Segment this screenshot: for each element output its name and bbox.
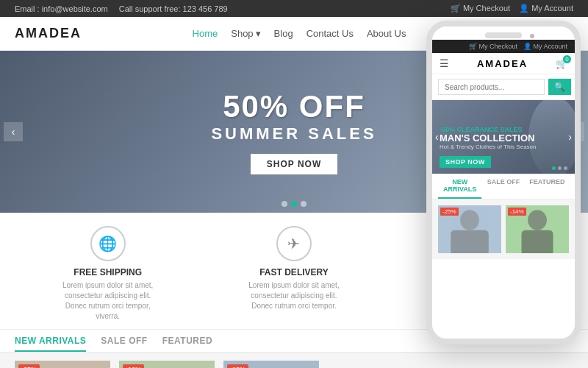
product-image-2: -16% [119, 361, 215, 368]
sale-text: SUMMER SALES [211, 124, 376, 144]
phone-hero-cta[interactable]: SHOP NOW [440, 156, 491, 168]
nav-home[interactable]: Home [193, 28, 218, 39]
phone-cart-badge: 0 [563, 55, 571, 63]
phone-camera [530, 34, 534, 38]
nav-blog[interactable]: Blog [274, 28, 293, 39]
phone-tab-new-arrivals[interactable]: NEW ARRIVALS [438, 174, 481, 199]
phone-hero-next[interactable]: › [568, 131, 572, 143]
nav-about[interactable]: About Us [367, 28, 406, 39]
phone-search-bar: 🔍 [432, 74, 575, 100]
phone-topbar: 🛒 My Checkout 👤 My Account [432, 40, 575, 53]
svg-point-4 [528, 210, 547, 230]
product-image-1: -25% [15, 361, 110, 368]
hero-prev-arrow[interactable]: ‹ [4, 122, 23, 141]
top-checkout-link[interactable]: 🛒 My Checkout [451, 4, 510, 13]
svg-rect-5 [522, 230, 553, 253]
phone-tab-sale-off[interactable]: SALE OFF [481, 174, 525, 199]
phone-tab-featured[interactable]: FEATURED [526, 174, 569, 199]
feature-delivery-title: FAST DELIVERY [201, 267, 387, 277]
phone-product-2: -14% [506, 205, 569, 253]
phone-outer: 🛒 My Checkout 👤 My Account ☰ AMADEA 🛒 0 … [426, 21, 581, 344]
nav-shop[interactable]: Shop ▾ [231, 28, 260, 39]
phone-product-img-2: -14% [506, 205, 569, 253]
hero-content: 50% OFF SUMMER SALES SHOP NOW [211, 89, 376, 174]
feature-delivery-desc: Lorem ipsum dolor sit amet, consectetur … [246, 280, 342, 311]
hero-dots [282, 201, 306, 207]
phone-product-tabs: NEW ARRIVALS SALE OFF FEATURED [432, 174, 575, 199]
product-badge-3: -18% [227, 364, 248, 368]
tab-new-arrivals[interactable]: NEW ARRIVALS [15, 336, 86, 352]
feature-delivery: ✈ FAST DELIVERY Lorem ipsum dolor sit am… [201, 226, 387, 322]
chevron-down-icon: ▾ [256, 28, 261, 39]
phone-hero-dot-2[interactable] [558, 166, 562, 170]
phone-hero-dots [552, 166, 567, 170]
phone-notch [485, 32, 522, 38]
hero-dot-1[interactable] [282, 201, 287, 207]
product-card-1: -25% [15, 361, 110, 368]
phone-header: ☰ AMADEA 🛒 0 [432, 53, 575, 74]
phone-account-link[interactable]: 👤 My Account [523, 43, 567, 50]
phone-mockup: 🛒 My Checkout 👤 My Account ☰ AMADEA 🛒 0 … [419, 21, 588, 368]
sale-percentage: 50% OFF [211, 89, 376, 124]
phone-info: Call support free: 123 456 789 [119, 4, 228, 13]
tab-featured[interactable]: FEATURED [162, 336, 212, 352]
logo: AMADEA [15, 26, 82, 41]
phone-product-1: -25% [438, 205, 501, 253]
phone-screen: 🛒 My Checkout 👤 My Account ☰ AMADEA 🛒 0 … [432, 26, 575, 339]
phone-hero-prev[interactable]: ‹ [435, 131, 439, 143]
email-info: Email : info@website.com [15, 4, 108, 13]
phone-checkout-link[interactable]: 🛒 My Checkout [469, 43, 517, 50]
phone-hero-dot-3[interactable] [564, 166, 567, 170]
phone-hero-banner: ‹ -50% CLEARANCE SALES MAN'S COLLECTION … [432, 100, 575, 174]
feature-shipping-desc: Lorem ipsum dolor sit amet, consectetur … [60, 280, 156, 322]
product-card-2: -16% [119, 361, 215, 368]
phone-products-row: -25% -14% [432, 199, 575, 259]
top-bar: Email : info@website.com Call support fr… [0, 0, 588, 17]
top-bar-left: Email : info@website.com Call support fr… [15, 4, 228, 13]
main-nav: Home Shop ▾ Blog Contact Us About Us [193, 28, 406, 39]
hero-dot-2[interactable] [291, 201, 297, 207]
hero-cta-button[interactable]: SHOP NOW [251, 154, 337, 174]
phone-hero-dot-1[interactable] [552, 166, 556, 170]
product-image-3: -18% [223, 361, 319, 368]
phone-logo: AMADEA [477, 58, 528, 69]
phone-hero-collection: MAN'S COLLECTION [440, 133, 536, 144]
tab-sale-off[interactable]: SALE OFF [101, 336, 147, 352]
hero-dot-3[interactable] [301, 201, 306, 207]
svg-point-2 [460, 210, 479, 230]
nav-contact[interactable]: Contact Us [306, 28, 354, 39]
feature-shipping-title: FREE SHIPPING [15, 267, 201, 277]
feature-shipping: 🌐 FREE SHIPPING Lorem ipsum dolor sit am… [15, 226, 201, 322]
product-badge-1: -25% [18, 364, 40, 368]
top-account-link[interactable]: 👤 My Account [519, 4, 573, 13]
phone-hero-subtitle: Hot & Trendy Clothes of This Season [440, 144, 536, 150]
svg-rect-3 [451, 230, 489, 253]
phone-search-button[interactable]: 🔍 [548, 79, 571, 95]
phone-menu-icon[interactable]: ☰ [440, 57, 449, 69]
top-bar-right: 🛒 My Checkout 👤 My Account [451, 4, 573, 13]
product-badge-2: -16% [123, 364, 144, 368]
product-card-3: -18% [223, 361, 319, 368]
phone-product-img-1: -25% [438, 205, 501, 253]
phone-search-input[interactable] [438, 79, 545, 95]
delivery-icon: ✈ [276, 226, 312, 261]
phone-cart-icon[interactable]: 🛒 0 [556, 58, 567, 69]
shipping-icon: 🌐 [90, 226, 126, 261]
phone-hero-content: -50% CLEARANCE SALES MAN'S COLLECTION Ho… [440, 126, 536, 168]
